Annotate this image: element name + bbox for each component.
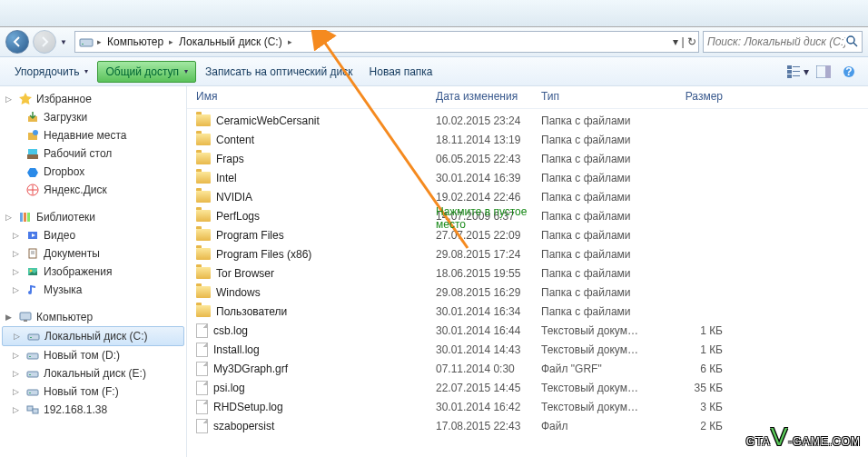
svg-rect-8 [793, 71, 800, 72]
sidebar-item[interactable]: ▷Локальный диск (E:) [0, 364, 186, 382]
file-type: Папка с файлами [541, 286, 650, 299]
sidebar-item[interactable]: Загрузки [0, 108, 186, 126]
toolbar: Упорядочить Общий доступ Записать на опт… [0, 57, 868, 86]
watermark: GTAV-GAME.COM [746, 422, 861, 452]
file-row[interactable]: Intel30.01.2014 16:39Папка с файлами [187, 168, 868, 187]
sidebar-item[interactable]: ▷Видео [0, 226, 186, 244]
search-box[interactable] [703, 31, 863, 53]
file-type: Текстовый докум… [541, 401, 650, 413]
svg-rect-18 [28, 149, 37, 154]
history-dropdown[interactable]: ▼ [60, 38, 71, 46]
sidebar-libraries-header[interactable]: ▷ Библиотеки [0, 208, 186, 226]
file-date: 17.08.2015 22:43 [436, 420, 541, 432]
navigation-pane: ▷ Избранное ЗагрузкиНедавние местаРабочи… [0, 86, 187, 457]
file-type: Папка с файлами [541, 229, 650, 242]
column-date[interactable]: Дата изменения [436, 90, 541, 103]
folder-icon [196, 267, 211, 279]
breadcrumb-computer[interactable]: Компьютер [104, 35, 167, 48]
column-size[interactable]: Размер [650, 90, 723, 103]
breadcrumb-drive-c[interactable]: Локальный диск (C:) [175, 35, 286, 48]
sidebar-item[interactable]: Dropbox [0, 163, 186, 181]
svg-rect-37 [27, 372, 38, 377]
file-date: 30.01.2014 16:34 [436, 305, 541, 318]
sidebar-item[interactable]: ▷Новый том (D:) [0, 346, 186, 364]
file-row[interactable]: CeramicWebCersanit10.02.2015 23:24Папка … [187, 111, 868, 130]
file-date: 22.07.2015 14:45 [436, 382, 541, 394]
navigation-bar: ▼ ▸ Компьютер ▸ Локальный диск (C:) ▸ ▾ … [0, 27, 868, 57]
back-button[interactable] [5, 30, 29, 54]
file-row[interactable]: Пользователи30.01.2014 16:34Папка с файл… [187, 302, 868, 321]
search-input[interactable] [707, 35, 845, 48]
svg-point-2 [847, 36, 854, 44]
address-dropdown[interactable]: ▾ | ↻ [673, 35, 696, 48]
file-type: Текстовый докум… [541, 343, 650, 356]
sidebar-computer-header[interactable]: ▶ Компьютер [0, 308, 186, 326]
svg-rect-0 [80, 39, 93, 46]
burn-button[interactable]: Записать на оптический диск [198, 62, 360, 82]
view-options-button[interactable]: ▾ [786, 62, 810, 82]
sidebar-item[interactable]: ▷Музыка [0, 281, 186, 299]
file-row[interactable]: Program Files27.07.2015 22:09Папка с фай… [187, 225, 868, 244]
folder-icon [196, 134, 211, 145]
new-folder-button[interactable]: Новая папка [362, 62, 440, 82]
sidebar-item[interactable]: ▷192.168.1.38 [0, 401, 186, 419]
share-button[interactable]: Общий доступ [97, 61, 196, 83]
folder-icon [196, 153, 211, 164]
file-date: 18.06.2015 19:55 [436, 267, 541, 280]
sidebar-item[interactable]: ▷Новый том (F:) [0, 382, 186, 401]
file-row[interactable]: psi.log22.07.2015 14:45Текстовый докум…3… [187, 378, 868, 397]
file-row[interactable]: PerfLogs14.07.2009 6:37Папка с файлами [187, 206, 868, 225]
sidebar-item-label: Недавние места [44, 129, 126, 142]
sidebar-item-label: Яндекс.Диск [44, 184, 107, 196]
file-type: Файл "GRF" [541, 363, 650, 375]
file-type: Текстовый докум… [541, 382, 650, 394]
sidebar-item[interactable]: ▷Локальный диск (C:) [2, 326, 184, 346]
sidebar-item[interactable]: Яндекс.Диск [0, 181, 186, 199]
sidebar-item[interactable]: ▷Изображения [0, 263, 186, 281]
item-icon [25, 183, 40, 197]
item-icon [25, 228, 40, 243]
file-row[interactable]: NVIDIA19.02.2014 22:46Папка с файлами [187, 187, 868, 206]
sidebar-favorites-header[interactable]: ▷ Избранное [0, 90, 186, 108]
sidebar-item[interactable]: Недавние места [0, 126, 186, 144]
address-bar[interactable]: ▸ Компьютер ▸ Локальный диск (C:) ▸ ▾ | … [74, 31, 699, 53]
file-date: 29.08.2015 17:24 [436, 248, 541, 261]
sidebar-libraries-label: Библиотеки [36, 211, 95, 224]
pane-icon [816, 65, 831, 78]
preview-pane-button[interactable] [812, 62, 835, 82]
file-row[interactable]: Content18.11.2014 13:19Папка с файлами [187, 130, 868, 149]
column-type[interactable]: Тип [541, 90, 650, 103]
column-name[interactable]: Имя [196, 90, 436, 103]
file-row[interactable]: Fraps06.05.2015 22:43Папка с файлами [187, 149, 868, 168]
file-date: 07.11.2014 0:30 [436, 363, 541, 375]
svg-rect-17 [27, 154, 38, 159]
file-list-area[interactable]: Имя Дата изменения Тип Размер CeramicWeb… [187, 86, 868, 457]
help-button[interactable]: ? [837, 62, 861, 82]
sidebar-item-label: Новый том (D:) [44, 349, 120, 362]
sidebar-item[interactable]: Рабочий стол [0, 144, 186, 163]
sidebar-item[interactable]: ▷Документы [0, 244, 186, 263]
organize-button[interactable]: Упорядочить [7, 62, 95, 82]
drive-icon [25, 366, 40, 381]
expand-icon: ▶ [5, 313, 15, 322]
file-type: Файл [541, 420, 650, 432]
file-name: Content [216, 134, 254, 146]
file-row[interactable]: My3DGraph.grf07.11.2014 0:30Файл "GRF"6 … [187, 359, 868, 378]
file-row[interactable]: Windows29.08.2015 16:29Папка с файлами [187, 283, 868, 302]
sidebar-item-label: Новый том (F:) [44, 385, 119, 398]
file-type: Папка с файлами [541, 191, 650, 204]
file-row[interactable]: csb.log30.01.2014 16:44Текстовый докум…1… [187, 321, 868, 340]
sidebar-item-label: Документы [44, 247, 100, 260]
chevron-right-icon: ▸ [286, 37, 294, 46]
svg-rect-5 [787, 70, 792, 74]
file-icon [196, 381, 208, 395]
file-type: Текстовый докум… [541, 324, 650, 337]
folder-icon [196, 286, 211, 298]
file-row[interactable]: Install.log30.01.2014 14:43Текстовый док… [187, 340, 868, 359]
file-row[interactable]: Program Files (x86)29.08.2015 17:24Папка… [187, 244, 868, 263]
drive-icon [79, 35, 94, 49]
forward-button[interactable] [33, 30, 56, 54]
file-row[interactable]: RHDSetup.log30.01.2014 16:42Текстовый до… [187, 397, 868, 416]
file-size: 3 КБ [650, 401, 723, 413]
file-row[interactable]: Tor Browser18.06.2015 19:55Папка с файла… [187, 263, 868, 283]
